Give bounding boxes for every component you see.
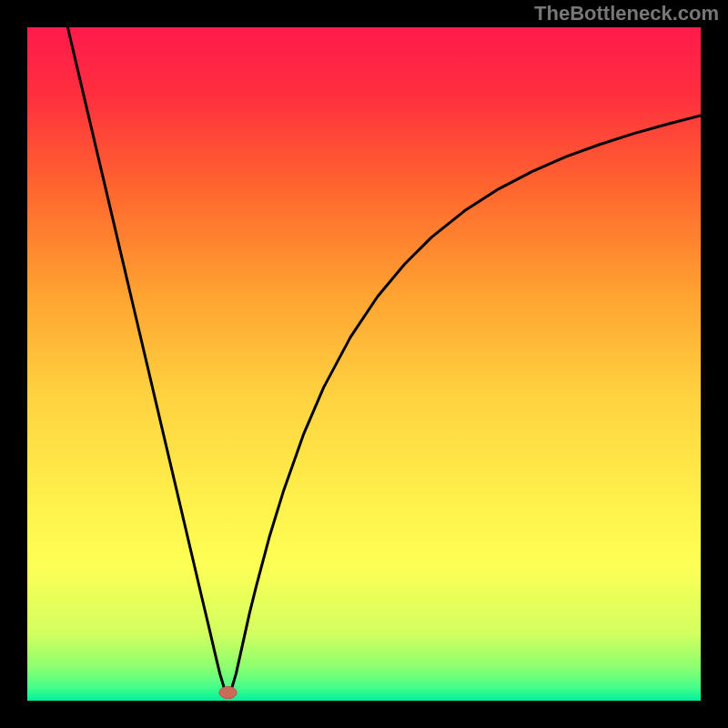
chart-svg [27,27,701,701]
gradient-background [27,27,701,701]
watermark-text: TheBottleneck.com [534,2,719,25]
chart-container: TheBottleneck.com [0,0,728,728]
plot-area [27,27,701,701]
optimum-marker [219,686,237,698]
